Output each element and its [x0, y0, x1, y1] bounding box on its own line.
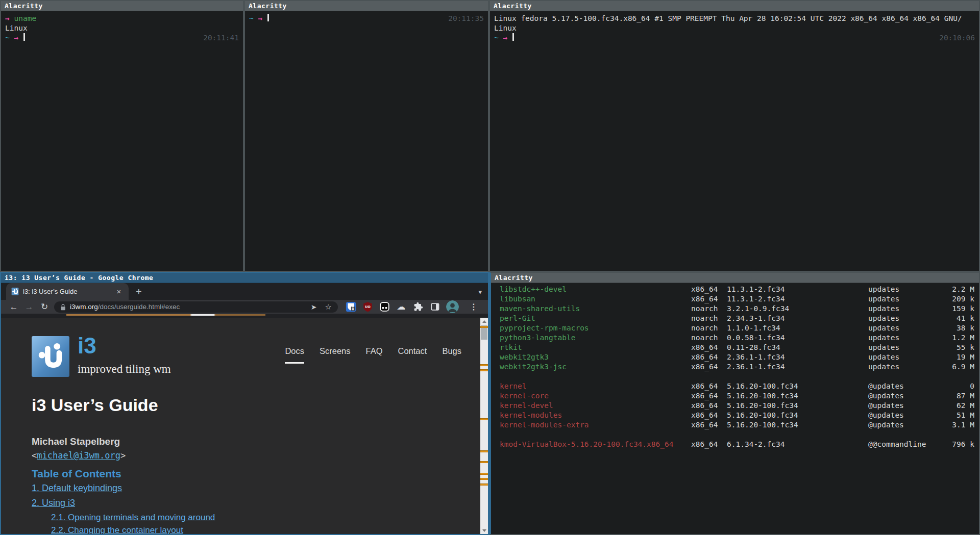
page-scrollbar[interactable] [480, 318, 488, 534]
package-repo: @@commandline [862, 440, 926, 449]
bookmark-star-icon[interactable]: ☆ [325, 302, 332, 312]
extensions-puzzle-icon[interactable] [412, 301, 424, 313]
package-version: 6.1.34-2.fc34 [727, 440, 862, 449]
cloud-extension-icon[interactable]: ☁ [396, 301, 407, 313]
terminal-screen[interactable]: → uname Linux ~ → 20:11:41 [1, 12, 243, 271]
scrollbar-marker [480, 326, 488, 328]
cwd-symbol: ~ [5, 33, 10, 43]
send-to-device-icon[interactable]: ➤ [311, 303, 317, 311]
window-titlebar[interactable]: Alacritty [245, 1, 488, 11]
tab-search-chevron-icon[interactable]: ▾ [478, 288, 482, 296]
new-tab-button[interactable]: + [136, 286, 142, 298]
terminal-row: kernel-core x86_64 5.16.20-100.fc34 @upd… [495, 391, 975, 401]
window-titlebar[interactable]: Alacritty [490, 1, 979, 11]
nav-link[interactable]: Bugs [442, 346, 461, 364]
author-name: Michael Stapelberg [32, 436, 120, 447]
nav-link[interactable]: FAQ [366, 346, 383, 364]
back-button[interactable]: ← [6, 302, 21, 312]
toc-link[interactable]: 2. Using i3 [32, 498, 215, 508]
package-size: 19 M [926, 352, 974, 362]
terminal-line: Linux fedora 5.17.5-100.fc34.x86_64 #1 S… [494, 14, 975, 23]
terminal-row: rtkit x86_64 0.11-28.fc34 updates 55 k [495, 343, 975, 352]
package-repo: @updates [862, 420, 926, 430]
address-bar[interactable]: i3wm.org/docs/userguide.html#exec ➤ ☆ [54, 301, 338, 313]
side-panel-icon[interactable] [429, 301, 440, 313]
package-repo: @updates [862, 401, 926, 411]
scrollbar-marker [480, 473, 488, 475]
toc-link[interactable]: 1. Default keybindings [32, 483, 215, 494]
clock-rprompt: 20:11:35 [448, 14, 484, 23]
eyes-extension-icon[interactable] [379, 301, 390, 313]
terminal-row: webkit2gtk3-jsc x86_64 2.36.1-1.fc34 upd… [495, 362, 975, 372]
package-arch: x86_64 [691, 362, 727, 372]
package-repo: updates [862, 333, 926, 343]
nav-link[interactable]: Screens [320, 346, 351, 364]
chrome-menu-icon[interactable]: ⋮ [470, 302, 478, 312]
package-arch: x86_64 [691, 381, 727, 391]
site-brand[interactable]: i3 [78, 333, 96, 359]
package-version: 0.0.58-1.fc34 [727, 333, 862, 343]
package-repo: updates [862, 304, 926, 314]
package-repo: @updates [862, 391, 926, 401]
window-titlebar[interactable]: Alacritty [491, 273, 979, 283]
terminal-prompt-line: ~ → 20:11:35 [249, 14, 484, 23]
package-repo: updates [862, 362, 926, 372]
nav-link[interactable]: Docs [285, 346, 304, 364]
terminal-row: libstdc++-devel x86_64 11.3.1-2.fc34 upd… [495, 285, 975, 294]
package-size: 159 k [926, 304, 974, 314]
package-arch: x86_64 [691, 401, 727, 411]
package-repo: updates [862, 343, 926, 352]
toc-link[interactable]: 2.2. Changing the container layout [51, 525, 215, 534]
scrollbar-down-arrow[interactable] [480, 527, 488, 534]
package-name: webkit2gtk3-jsc [500, 362, 691, 372]
package-repo: updates [862, 285, 926, 294]
prompt-arrow-icon: → [14, 33, 18, 43]
email-link[interactable]: michael@i3wm.org [37, 450, 120, 461]
clock-rprompt: 20:10:06 [939, 33, 975, 43]
terminal-row: kmod-VirtualBox-5.16.20-100.fc34.x86_64 … [495, 440, 975, 449]
reload-button[interactable]: ↻ [37, 301, 52, 312]
terminal-row: perl-Git noarch 2.34.3-1.fc34 updates 41… [495, 314, 975, 323]
window-titlebar[interactable]: Alacritty [1, 1, 243, 11]
browser-tab[interactable]: i3: i3 User’s Guide × [6, 283, 129, 300]
package-version: 2.34.3-1.fc34 [727, 314, 862, 323]
terminal-row: python3-langtable noarch 0.0.58-1.fc34 u… [495, 333, 975, 343]
package-version: 5.16.20-100.fc34 [727, 391, 862, 401]
tab-close-icon[interactable]: × [114, 287, 124, 296]
package-size: 51 M [926, 411, 974, 420]
package-name: pyproject-rpm-macros [500, 323, 691, 333]
prompt-arrow-icon: → [258, 14, 262, 23]
profile-avatar[interactable] [446, 300, 459, 313]
terminal-prompt-line: ~ → 20:10:06 [494, 33, 975, 43]
bitwarden-extension-icon[interactable] [345, 301, 356, 313]
i3-logo[interactable] [32, 336, 69, 377]
package-name: libstdc++-devel [500, 285, 691, 294]
nav-link[interactable]: Contact [398, 346, 427, 364]
package-arch: x86_64 [691, 343, 727, 352]
terminal-row: kernel x86_64 5.16.20-100.fc34 @updates … [495, 381, 975, 391]
terminal-screen[interactable]: ~ → 20:11:35 [245, 12, 488, 271]
terminal-row: Remover 6 Pacotes [495, 498, 975, 507]
toc-link[interactable]: 2.1. Opening terminals and moving around [51, 513, 215, 523]
ublock-origin-extension-icon[interactable]: UO [362, 301, 373, 313]
window-titlebar[interactable]: i3: i3 User’s Guide - Google Chrome [1, 273, 488, 283]
terminal-row: Instalar 5 Pacotes [495, 478, 975, 488]
scrollbar-marker [480, 483, 488, 486]
package-version: 0.11-28.fc34 [727, 343, 862, 352]
package-size: 3.1 M [926, 420, 974, 430]
terminal-row: Removendo pacotes dependentes: [495, 430, 975, 440]
cwd-symbol: ~ [494, 33, 499, 43]
forward-button[interactable]: → [21, 302, 37, 312]
terminal-screen[interactable]: libstdc++-devel x86_64 11.3.1-2.fc34 upd… [491, 284, 979, 534]
terminal-row: libubsan x86_64 11.3.1-2.fc34 updates 20… [495, 294, 975, 304]
terminal-screen[interactable]: Linux fedora 5.17.5-100.fc34.x86_64 #1 S… [490, 12, 979, 271]
lock-icon[interactable] [60, 303, 66, 311]
package-size: 62 M [926, 401, 974, 411]
package-name: kernel-modules [500, 411, 691, 420]
package-name: python3-langtable [500, 333, 691, 343]
page-top-strip [1, 314, 488, 316]
package-name: kmod-VirtualBox-5.16.20-100.fc34.x86_64 [500, 440, 691, 449]
scrollbar-up-arrow[interactable] [480, 318, 488, 325]
browser-toolbar: ← → ↻ i3wm.org/docs/userguide.html#exec … [1, 300, 488, 314]
scrollbar-marker [480, 364, 488, 366]
